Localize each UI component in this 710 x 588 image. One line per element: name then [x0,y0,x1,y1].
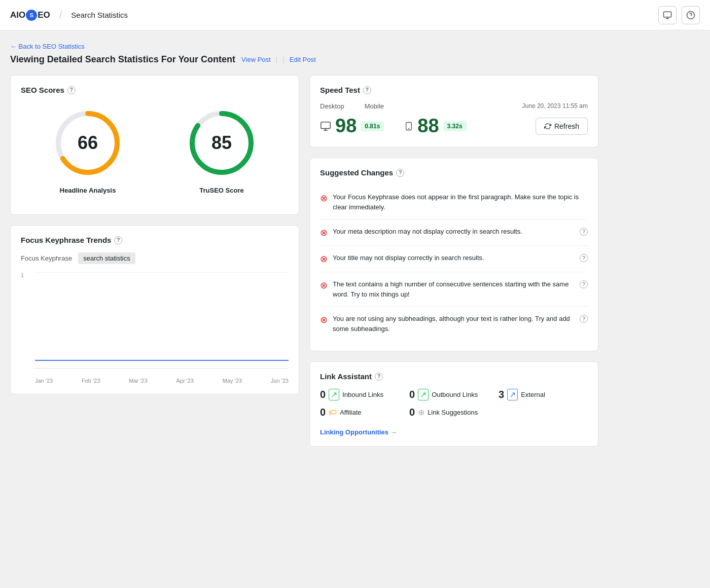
logo: AIO S EO [10,10,50,21]
page-title-row: Viewing Detailed Search Statistics For Y… [10,54,598,65]
change-item-3: ⊗ Your title may not display correctly i… [320,246,588,272]
link-suggestions-item: 0 ⊕ Link Suggestions [409,407,499,418]
chart-svg [35,272,289,368]
change-error-icon-2: ⊗ [320,227,328,238]
change-error-icon-1: ⊗ [320,193,328,204]
link-assistant-title: Link Assistant ? [320,372,588,381]
inbound-label: Inbound Links [342,391,383,398]
speed-test-title: Speed Test ? [320,86,588,94]
header-right [658,6,700,24]
change-item-2: ⊗ Your meta description may not display … [320,219,588,246]
inbound-count: 0 [320,389,326,400]
keyphrase-badge: search statistics [78,252,135,264]
edit-post-link[interactable]: Edit Post [290,56,316,64]
view-post-link[interactable]: View Post [241,56,277,64]
external-label: External [521,391,545,398]
logo-aio: AIO [10,10,25,20]
change-item-1: ⊗ Your Focus Keyphrase does not appear i… [320,185,588,219]
truseo-score-label: TruSEO Score [199,187,243,194]
suggested-changes-title: Suggested Changes ? [320,168,588,177]
chart-x-jun: Jun '23 [271,378,289,384]
svg-rect-0 [664,12,671,17]
outbound-links-item: 0 ↗ Outbound Links [409,389,499,400]
headline-score-label: Headline Analysis [60,187,116,194]
change-help-icon-2[interactable]: ? [580,228,588,236]
link-grid: 0 ↗ Inbound Links 0 ↗ Outbound Links 3 ↗… [320,389,588,418]
focus-keyphrase-card: Focus Keyphrase Trends ? Focus Keyphrase… [10,225,299,394]
chart-area: 1 Jan '23 Feb '23 Mar '23 Ap [21,272,289,384]
headline-score-number: 66 [78,132,98,154]
mobile-score-number: 88 [417,115,439,137]
mobile-label: Mobile [365,102,384,110]
speed-labels-row: Desktop Mobile [320,102,384,110]
keyphrase-row: Focus Keyphrase search statistics [21,252,289,264]
seo-scores-help-icon[interactable]: ? [67,86,76,94]
truseo-score-item: 85 TruSEO Score [186,107,257,194]
headline-score-item: 66 Headline Analysis [52,107,123,194]
truseo-score-number: 85 [211,132,232,154]
page-title-links: View Post | Edit Post [241,56,316,64]
refresh-button[interactable]: Refresh [536,118,588,135]
change-item-4: ⊗ The text contains a high number of con… [320,272,588,307]
change-error-icon-4: ⊗ [320,280,328,291]
header-separator: / [59,9,62,21]
change-help-icon-5[interactable]: ? [580,315,588,323]
chart-gridline-top [35,272,289,273]
seo-scores-card: SEO Scores ? 66 Headline Analysis [10,75,299,215]
seo-scores-title: SEO Scores ? [21,86,289,94]
chart-yaxis: 1 [21,272,31,369]
changes-list: ⊗ Your Focus Keyphrase does not appear i… [320,185,588,341]
chart-y-top: 1 [21,272,31,278]
logo-circle: S [26,10,37,21]
link-assistant-help-icon[interactable]: ? [375,373,383,381]
help-button[interactable] [682,6,700,24]
outbound-label: Outbound Links [432,391,478,398]
speed-date: June 20, 2023 11:55 am [522,102,588,109]
speed-test-help-icon[interactable]: ? [363,86,371,94]
chart-x-feb: Feb '23 [82,378,100,384]
change-text-4: The text contains a high number of conse… [333,279,575,299]
desktop-time: 0.81s [361,121,384,131]
left-column: SEO Scores ? 66 Headline Analysis [10,75,299,447]
chart-inner [35,272,289,369]
desktop-label: Desktop [320,102,344,110]
suggestions-icon: ⊕ [418,408,424,417]
change-item-5: ⊗ You are not using any subheadings, alt… [320,307,588,341]
page-title: Viewing Detailed Search Statistics For Y… [10,54,235,65]
affiliate-links-item: 0 🏷 Affiliate [320,407,409,418]
content-grid: SEO Scores ? 66 Headline Analysis [10,75,598,447]
external-links-item: 3 ↗ External [499,389,588,400]
header: AIO S EO / Search Statistics [0,0,710,30]
inbound-icon: ↗ [329,389,339,400]
external-count: 3 [499,389,504,400]
speed-test-card: Speed Test ? Desktop Mobile June 20, 202… [309,75,598,148]
suggested-changes-card: Suggested Changes ? ⊗ Your Focus Keyphra… [309,158,598,351]
header-title: Search Statistics [71,11,128,19]
mobile-score: 88 3.32s [404,115,466,137]
keyphrase-label: Focus Keyphrase [21,254,72,262]
change-help-icon-3[interactable]: ? [580,254,588,262]
headline-score-circle: 66 [52,107,123,178]
outbound-count: 0 [409,389,415,400]
monitor-button[interactable] [658,6,677,24]
back-link[interactable]: ← Back to SEO Statistics [10,43,598,50]
link-assistant-card: Link Assistant ? 0 ↗ Inbound Links 0 ↗ O… [309,361,598,447]
affiliate-count: 0 [320,407,326,418]
affiliate-icon: 🏷 [329,408,337,417]
linking-opportunities-link[interactable]: Linking Opportunities → [320,428,397,436]
outbound-icon: ↗ [418,389,429,400]
focus-keyphrase-title: Focus Keyphrase Trends ? [21,236,289,244]
desktop-icon [320,121,331,132]
right-column: Speed Test ? Desktop Mobile June 20, 202… [309,75,598,447]
chart-x-apr: Apr '23 [176,378,194,384]
desktop-score: 98 0.81s [320,115,384,137]
chart-xaxis: Jan '23 Feb '23 Mar '23 Apr '23 May '23 … [35,378,289,384]
chart-x-may: May '23 [223,378,242,384]
change-text-1: Your Focus Keyphrase does not appear in … [333,192,588,212]
suggested-changes-help-icon[interactable]: ? [396,169,404,177]
mobile-time: 3.32s [443,121,467,131]
header-left: AIO S EO / Search Statistics [10,9,128,21]
change-help-icon-4[interactable]: ? [580,280,588,288]
inbound-links-item: 0 ↗ Inbound Links [320,389,409,400]
focus-keyphrase-help-icon[interactable]: ? [114,236,122,244]
